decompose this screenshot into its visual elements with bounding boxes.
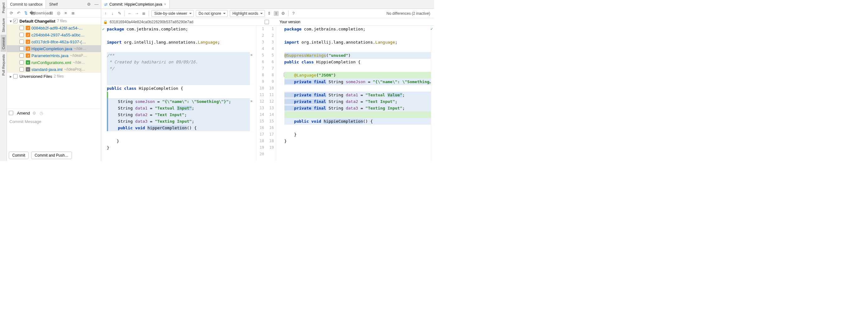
file-path: ~/IdeaProj…	[64, 67, 85, 72]
file-row-selected[interactable]: JHippieCompletion.java~/Ide…	[7, 45, 101, 52]
highlight-combo[interactable]: Highlight words	[230, 10, 265, 17]
commit-push-button[interactable]: Commit and Push…	[31, 152, 72, 159]
java-file-icon: J	[26, 40, 30, 44]
help-icon[interactable]: ?	[291, 11, 296, 16]
file-checkbox[interactable]	[20, 40, 24, 44]
view-icon[interactable]: ◎	[56, 11, 61, 16]
expand-icon[interactable]: ≡	[63, 11, 68, 16]
file-name: c264bb84-2937-4a55-a0bc…	[31, 33, 85, 37]
tab-shelf[interactable]: Shelf	[46, 0, 61, 8]
file-row[interactable]: istandard-java.iml~/IdeaProj…	[7, 66, 101, 73]
file-checkbox[interactable]	[20, 60, 24, 65]
close-icon[interactable]: ×	[164, 2, 166, 7]
file-row[interactable]: xrunConfigurations.xml~/Ide…	[7, 59, 101, 66]
file-path: ~/Ide…	[74, 46, 86, 51]
file-name: cd317dc9-8fce-462a-9107-(…	[31, 40, 86, 44]
diff-right-pane[interactable]: package com.jetbrains.completion; import…	[282, 26, 431, 161]
forward-icon[interactable]: →	[134, 11, 139, 16]
sync-scroll-icon[interactable]: ⫴	[274, 11, 279, 16]
changelist-checkbox[interactable]	[13, 19, 18, 23]
file-name: ParameterHints.java	[31, 53, 68, 58]
file-row[interactable]: Jc264bb84-2937-4a55-a0bc…	[7, 31, 101, 38]
changelist-count: 7 files	[57, 19, 67, 23]
line-number-gutter: 1234567891011121314151617181920 12345678…	[256, 26, 276, 161]
file-path: ~/Ide…	[72, 60, 85, 65]
commit-toolbar: ⟳ ↶ ⇅ ▤ �download ⊞ ◎ ≡ ≣	[7, 9, 101, 17]
commit-message-input[interactable]: Commit Message	[7, 117, 101, 150]
amend-checkbox[interactable]	[9, 111, 13, 115]
your-version-label: Your version	[280, 20, 301, 24]
tool-window-rail: Project Structure Commit Pull Requests	[0, 0, 7, 161]
rail-commit[interactable]: Commit	[1, 35, 6, 52]
amend-row: Amend ⚙ ◷	[7, 109, 101, 117]
minimize-icon[interactable]: —	[94, 2, 99, 7]
diff-body: ✓ package com.jetbrains.completion; impo…	[101, 26, 434, 161]
file-row[interactable]: Jcd317dc9-8fce-462a-9107-(…	[7, 38, 101, 45]
editor-tab-title: Commit: HippieCompletion.java	[110, 2, 162, 7]
viewer-mode-combo[interactable]: Side-by-side viewer	[152, 10, 194, 17]
java-file-icon: J	[26, 33, 30, 37]
changelist-label: Default Changelist	[20, 19, 55, 24]
lock-icon: 🔒	[103, 20, 108, 24]
error-stripe[interactable]: ✓	[431, 26, 434, 161]
diff-markers: » »	[250, 26, 256, 161]
refresh-icon[interactable]: ⟳	[9, 11, 14, 16]
revert-icon[interactable]: ↶	[16, 11, 21, 16]
revision-hash: 631816940a44e824ca0b226290b537a85290e7ad	[110, 20, 193, 24]
file-name: HippieCompletion.java	[31, 46, 72, 51]
include-checkbox[interactable]	[265, 20, 269, 24]
file-checkbox[interactable]	[20, 53, 24, 58]
collapse-icon[interactable]: ≣	[70, 11, 75, 16]
prev-diff-icon[interactable]: ↑	[103, 11, 108, 16]
file-row[interactable]: JParameterHints.java~/IdeaP…	[7, 52, 101, 59]
list-icon[interactable]: ≣	[141, 11, 146, 16]
include-gutter	[276, 26, 282, 161]
diff-left-pane[interactable]: ✓ package com.jetbrains.completion; impo…	[101, 26, 250, 161]
file-checkbox[interactable]	[20, 26, 24, 30]
gear-icon[interactable]: ⚙	[86, 2, 91, 7]
editor-tabs: ⇄ Commit: HippieCompletion.java ×	[101, 0, 434, 9]
commit-panel: Commit to sandbox Shelf ⚙ — ⟳ ↶ ⇅ ▤ �dow…	[7, 0, 101, 161]
java-file-icon: J	[26, 26, 30, 30]
commit-button[interactable]: Commit	[9, 152, 29, 159]
unversioned-checkbox[interactable]	[13, 74, 18, 78]
file-checkbox[interactable]	[20, 67, 24, 72]
check-icon: ✓	[102, 27, 105, 31]
history-icon[interactable]: ◷	[39, 110, 44, 115]
apply-chunk-icon[interactable]: »	[250, 53, 253, 57]
java-file-icon: J	[26, 53, 30, 58]
gear-icon[interactable]: ⚙	[32, 110, 37, 115]
file-row[interactable]: J0084bb2f-adf8-426f-ac54-…	[7, 25, 101, 31]
tab-commit-sandbox[interactable]: Commit to sandbox	[7, 0, 46, 8]
unversioned-label: Unversioned Files	[20, 74, 52, 79]
xml-file-icon: x	[26, 60, 30, 65]
file-name: 0084bb2f-adf8-426f-ac54-…	[31, 26, 83, 30]
ignore-combo[interactable]: Do not ignore	[196, 10, 228, 17]
file-checkbox[interactable]	[20, 46, 24, 51]
rail-structure[interactable]: Structure	[1, 16, 6, 35]
changelist-node[interactable]: ▾ Default Changelist 7 files	[7, 17, 101, 25]
edit-icon[interactable]: ✎	[117, 11, 122, 16]
java-file-icon: J	[26, 46, 30, 51]
unversioned-node[interactable]: ▸ Unversioned Files 2 files	[7, 73, 101, 80]
diff-status-label: No differences (2 inactive)	[386, 11, 432, 16]
shelve-icon[interactable]: �download	[38, 11, 43, 16]
diff-icon[interactable]: ⇅	[23, 11, 28, 16]
editor-tab[interactable]: ⇄ Commit: HippieCompletion.java ×	[101, 0, 170, 8]
rail-pull-requests[interactable]: Pull Requests	[1, 52, 6, 78]
amend-label: Amend	[17, 111, 30, 115]
file-name: runConfigurations.xml	[31, 60, 71, 65]
unversioned-count: 2 files	[54, 74, 63, 78]
group-icon[interactable]: ⊞	[49, 11, 54, 16]
diff-tab-icon: ⇄	[104, 2, 107, 7]
rail-project[interactable]: Project	[1, 0, 6, 16]
check-icon: ✓	[431, 26, 433, 31]
collapse-unchanged-icon[interactable]: ⇕	[267, 11, 272, 16]
commit-panel-tabs: Commit to sandbox Shelf ⚙ —	[7, 0, 101, 9]
file-checkbox[interactable]	[20, 33, 24, 37]
next-diff-icon[interactable]: ↓	[110, 11, 115, 16]
settings-icon[interactable]: ⚙	[281, 11, 286, 16]
back-icon[interactable]: ←	[127, 11, 132, 16]
diff-toolbar: ↑ ↓ ✎ ← → ≣ Side-by-side viewer Do not i…	[101, 9, 434, 18]
apply-chunk-icon[interactable]: »	[250, 99, 253, 103]
